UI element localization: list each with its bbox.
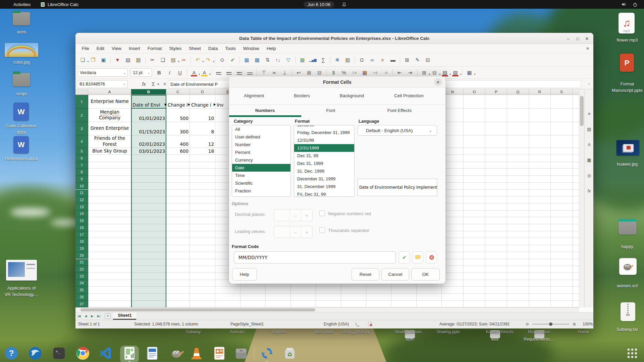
name-box[interactable]: B1:B1048576⌄: [77, 80, 128, 88]
thousands-separator-checkbox[interactable]: [319, 227, 325, 233]
row-header-4[interactable]: 4: [75, 135, 88, 148]
category-item-percent[interactable]: Percent: [232, 148, 290, 156]
align-left-icon[interactable]: [214, 68, 223, 77]
italic-icon[interactable]: I: [165, 68, 174, 77]
negative-numbers-red-checkbox[interactable]: [319, 210, 325, 216]
decrease-indent-icon[interactable]: ⇤: [395, 68, 404, 77]
chevron-down-icon[interactable]: ⌄: [123, 71, 126, 74]
justify-icon[interactable]: [245, 68, 254, 77]
dock-libreoffice-impress[interactable]: [212, 346, 227, 361]
zoom-out-icon[interactable]: ⊖: [526, 322, 529, 326]
split-window-icon[interactable]: ▥: [343, 56, 352, 64]
decrement-icon[interactable]: –: [289, 226, 301, 238]
cell-D3[interactable]: 8: [190, 122, 215, 135]
row-header-14[interactable]: 14: [75, 210, 88, 218]
cell-A1[interactable]: Enterprise Name: [88, 95, 131, 109]
tab-font-effects[interactable]: Font Effects: [376, 108, 423, 113]
align-center-icon[interactable]: [224, 68, 233, 77]
font-color-icon[interactable]: A▼: [190, 68, 199, 77]
tab-font[interactable]: Font: [307, 108, 354, 113]
desktop-item-label[interactable]: Subway.tar: [600, 327, 644, 332]
column-header-O[interactable]: O: [464, 89, 485, 95]
desktop-item-label[interactable]: women.xcf: [600, 283, 644, 288]
leading-zeroes-stepper[interactable]: –+: [274, 226, 313, 238]
insert-image-icon[interactable]: ▦: [298, 56, 307, 64]
draw-functions-icon[interactable]: ✎: [413, 56, 422, 64]
add-comment-icon[interactable]: [412, 251, 423, 263]
add-decimal-icon[interactable]: +.0: [371, 68, 380, 77]
print-preview-icon[interactable]: ▥: [134, 56, 143, 64]
language-status[interactable]: English (USA): [324, 322, 349, 326]
copy-icon[interactable]: ❑: [158, 56, 167, 64]
font-name-combobox[interactable]: Verdana⌄: [77, 68, 128, 77]
page-style-status[interactable]: PageStyle_Sheet1: [230, 322, 264, 326]
activities-button[interactable]: Activities: [13, 0, 31, 9]
category-item-fraction[interactable]: Fraction: [232, 187, 290, 195]
menu-help[interactable]: Help: [263, 45, 280, 52]
column-header-P[interactable]: P: [485, 89, 507, 95]
desktop-item-label[interactable]: happy: [600, 244, 644, 249]
row-header-3[interactable]: 3: [75, 122, 88, 135]
show-grid-icon[interactable]: ⊟: [423, 56, 432, 64]
delete-decimal-icon[interactable]: -.0: [381, 68, 390, 77]
bold-icon[interactable]: B: [155, 68, 164, 77]
styles-icon[interactable]: A: [585, 140, 594, 149]
print-icon[interactable]: ▤: [123, 56, 132, 64]
format-item[interactable]: Dec 31, 1999: [294, 160, 354, 167]
cell-B5[interactable]: 03/01/2023: [131, 148, 166, 155]
confirm-format-icon[interactable]: ✔: [399, 251, 410, 263]
hyperlink-icon[interactable]: ∞: [368, 56, 377, 64]
column-header-C[interactable]: C: [166, 89, 190, 95]
insert-chart-icon[interactable]: ▁▄▆: [308, 56, 317, 64]
navigator-icon[interactable]: ◎: [585, 171, 594, 180]
function-wizard-button[interactable]: fx: [140, 80, 148, 88]
headers-footers-icon[interactable]: ▬: [388, 56, 397, 64]
paste-icon[interactable]: ▨▼: [169, 56, 178, 64]
chevron-down-icon[interactable]: ⌄: [147, 71, 150, 74]
undo-icon[interactable]: ↶▼: [193, 56, 202, 64]
desktop-item-label[interactable]: term: [0, 29, 43, 35]
column-header-A[interactable]: A: [88, 89, 131, 95]
desktop-item-label[interactable]: item.yaml: [315, 329, 333, 334]
category-listbox[interactable]: AllUser-definedNumberPercentCurrencyDate…: [232, 125, 291, 197]
cell-D1[interactable]: Change i: [190, 95, 215, 109]
previous-sheet-icon[interactable]: ◀: [83, 314, 89, 318]
desktop-item-label[interactable]: xlsx: [491, 337, 498, 342]
dock-chrome[interactable]: [75, 346, 91, 361]
dock-trash[interactable]: ♻: [282, 346, 298, 361]
row-header-23[interactable]: 23: [75, 273, 88, 280]
clock[interactable]: Jun 6 10:06: [304, 0, 334, 9]
cell-B2[interactable]: 01/01/2023: [131, 109, 166, 122]
cell-C1[interactable]: Change i: [166, 95, 190, 109]
language-dropdown[interactable]: Default - English (USA)⌄: [358, 125, 437, 136]
dock-files[interactable]: [233, 346, 249, 361]
close-document-icon[interactable]: ✕: [586, 46, 589, 51]
highlighting-color-icon[interactable]: A▼: [200, 68, 209, 77]
cell-C2[interactable]: 500: [166, 109, 190, 122]
row-header-27[interactable]: 27: [75, 301, 88, 307]
cell-A5[interactable]: Blue Sky Group: [88, 148, 131, 155]
menu-view[interactable]: View: [108, 45, 125, 52]
menu-styles[interactable]: Styles: [166, 45, 185, 52]
row-header-8[interactable]: 8: [75, 169, 88, 176]
row-header-11[interactable]: 11: [75, 190, 88, 197]
dock-gimp[interactable]: [169, 346, 185, 361]
vertical-scrollbar[interactable]: [579, 89, 584, 307]
format-item[interactable]: 31. Dec. 1999: [294, 167, 354, 175]
format-item[interactable]: Friday, December 31, 1999: [294, 129, 354, 136]
dialog-titlebar[interactable]: Format Cells ✕: [229, 76, 445, 88]
redo-icon[interactable]: ↷▼: [204, 56, 213, 64]
functions-icon[interactable]: fx: [585, 186, 594, 195]
cell-A2[interactable]: Menglan Company: [88, 109, 131, 122]
desktop-item-label[interactable]: Code Collection.: [0, 123, 43, 128]
insert-comment-icon[interactable]: ≡: [378, 56, 387, 64]
merge-center-icon[interactable]: ⊟: [315, 68, 324, 77]
wrap-text-icon[interactable]: ↩: [294, 68, 303, 77]
row-header-5[interactable]: 5: [75, 148, 88, 155]
save-icon[interactable]: ▣: [99, 56, 108, 64]
spelling-check-icon[interactable]: ✔: [228, 56, 237, 64]
export-pdf-icon[interactable]: ▼: [113, 56, 122, 64]
ok-button[interactable]: OK: [411, 268, 440, 281]
tab-alignment[interactable]: Alignment: [230, 93, 277, 98]
align-right-icon[interactable]: [235, 68, 244, 77]
